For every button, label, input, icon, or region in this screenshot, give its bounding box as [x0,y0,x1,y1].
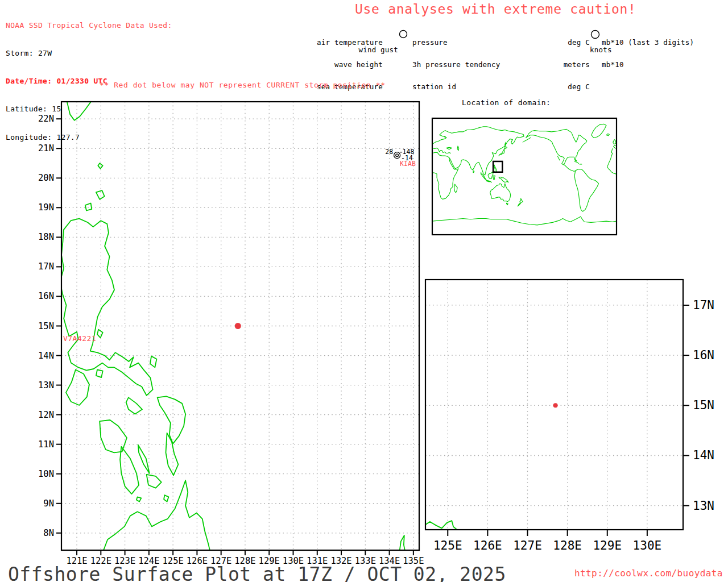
coastline [457,146,459,151]
coastline [103,480,210,552]
coastline [138,445,150,473]
offshore-surface-plot-page: { "colors": { "red_label": "#ff5050", "r… [0,0,728,582]
main-map-y-tick-label: 20N [38,173,54,183]
map-canvas: 121E122E123E124E125E126E127E128E129E130E… [0,0,728,582]
coastline [473,171,474,172]
coastline [66,370,89,406]
coastline [126,397,142,414]
coastline [613,140,616,144]
coastline [564,165,576,171]
main-map-y-tick-label: 16N [38,291,54,301]
zoom-inset-y-tick-label: 16N [693,348,714,362]
coastline [85,203,92,211]
zoom-inset-y-tick-label: 15N [693,398,714,412]
coastline [574,161,578,163]
coastline [499,147,507,156]
station-plot-kiab: 28148-14KIAB [385,148,416,168]
zoom-inset-coastlines [425,521,459,533]
coastline [96,370,103,378]
domain-location-box [493,161,502,172]
zoom-inset-x-tick-label: 126E [473,539,502,552]
station-air-temperature: 28 [385,148,393,156]
coastline [607,149,617,174]
zoom-inset-x-tick-label: 129E [593,539,622,552]
ship-report-label: V7A4221 [63,334,96,343]
zoom-inset-x-tick-label: 127E [513,539,542,552]
coastline [454,184,457,193]
main-map-y-tick-label: 10N [38,469,54,479]
station-circle-icon [394,152,400,159]
main-map-y-tick-label: 15N [38,321,54,331]
zoom-inset-y-tick-label: 17N [693,298,714,312]
coastline [136,497,141,501]
main-map-y-tick-label: 12N [38,410,54,420]
storm-position-dot [235,323,241,329]
coastline [499,177,508,182]
main-map-y-tick-label: 17N [38,261,54,272]
zoom-inset-y-tick-label: 14N [693,448,714,462]
coastline [150,356,156,368]
coastline [60,219,153,396]
coastline [518,198,523,206]
coastline [490,184,511,202]
coastline [488,172,493,178]
main-map-y-tick-label: 11N [38,439,54,450]
coastline [523,138,531,142]
coastline [493,176,495,180]
coastline [432,217,617,225]
main-map-y-tick-label: 13N [38,380,54,390]
plot-title: Offshore Surface Plot at 17Z / OCT 02, 2… [8,563,506,582]
main-map-coastlines [60,101,406,552]
main-map-y-tick-label: 18N [38,232,54,242]
world-inset-border [432,118,617,235]
coastline [432,158,458,199]
coastline [574,169,598,211]
zoom-inset-x-tick-label: 125E [433,539,462,552]
main-map-y-tick-label: 21N [38,143,54,153]
coastline [425,521,459,533]
coastline [67,101,92,120]
source-url: http://coolwx.com/buoydata [574,568,723,579]
main-map-y-tick-label: 8N [43,528,54,538]
coastline [97,330,103,338]
storm-position-dot-zoom [553,403,558,408]
coastline [526,129,587,165]
coastline [432,127,524,175]
coastline [481,173,492,182]
coastline [592,124,606,138]
main-map-y-tick-label: 14N [38,351,54,361]
station-id-label: KIAB [400,160,416,168]
main-map-y-tick-label: 19N [38,202,54,213]
zoom-inset-x-tick-label: 130E [633,539,662,552]
coastline [120,447,139,494]
zoom-inset-x-tick-label: 128E [553,539,582,552]
coastline [446,147,452,149]
coastline [96,190,105,199]
main-map-y-tick-label: 22N [38,114,54,124]
zoom-inset-y-tick-label: 13N [693,499,714,513]
coastline [507,203,508,205]
world-inset-coastlines [432,124,617,225]
station-inner-circle-icon [396,154,399,157]
coastline [606,134,609,136]
main-map-y-tick-label: 9N [43,498,54,509]
coastline [98,163,102,168]
coastline [164,495,168,501]
coastline [558,156,560,160]
coastline [158,396,185,443]
